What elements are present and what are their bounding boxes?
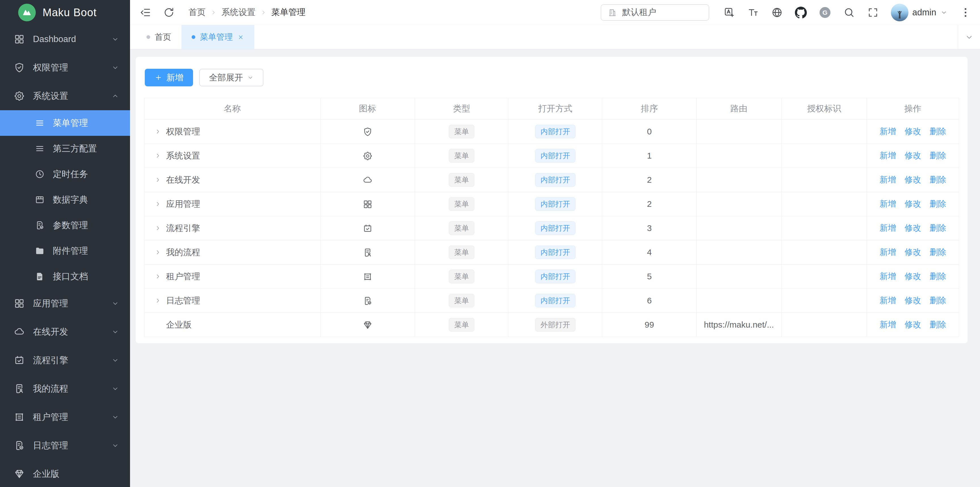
name-wrap: 我的流程 [145,247,320,258]
user-menu[interactable]: admin [891,4,948,21]
sidebar-item-3[interactable]: 应用管理 [0,289,130,318]
sidebar-item-label: 系统设置 [33,90,111,102]
fullscreen-icon[interactable] [867,6,879,19]
cell-icon-holder [320,192,415,216]
cell-name: 应用管理 [145,192,320,216]
column-header-0: 名称 [145,98,320,120]
chevron-right-icon[interactable] [154,128,162,135]
sidebar-fold-icon[interactable] [140,6,151,19]
chevron-right-icon[interactable] [154,297,162,304]
refresh-icon[interactable] [163,6,175,19]
sidebar-subitem-2-3[interactable]: 数据字典 [0,187,130,212]
row-edit-link[interactable]: 修改 [905,296,921,305]
avatar[interactable] [891,4,908,21]
sidebar-subitem-2-1[interactable]: 第三方配置 [0,136,130,161]
sidebar-item-2[interactable]: 系统设置 [0,82,130,110]
column-header-2: 类型 [415,98,509,120]
tabbar: 首页菜单管理 [130,25,980,49]
sidebar-item-4[interactable]: 在线开发 [0,318,130,346]
row-edit-link[interactable]: 修改 [905,127,921,136]
row-add-link[interactable]: 新增 [880,224,896,232]
row-edit-link[interactable]: 修改 [905,175,921,184]
more-menu-icon[interactable] [959,6,972,19]
sidebar-item-6[interactable]: 我的流程 [0,375,130,403]
row-delete-link[interactable]: 删除 [929,320,946,329]
tab-1[interactable]: 菜单管理 [181,25,255,49]
tab-0[interactable]: 首页 [136,25,181,49]
row-edit-link[interactable]: 修改 [905,320,921,329]
chevron-right-icon[interactable] [154,200,162,208]
cell-open-mode: 内部打开 [509,144,602,168]
search-icon[interactable] [843,6,855,19]
chevron-right-icon[interactable] [154,225,162,232]
menu-name: 日志管理 [166,295,200,307]
row-add-link[interactable]: 新增 [880,296,896,305]
row-edit-link[interactable]: 修改 [905,151,921,160]
row-add-link[interactable]: 新增 [880,175,896,184]
sidebar-subitem-2-6[interactable]: 接口文档 [0,263,130,289]
cell-sort: 2 [602,168,697,192]
tabs-dropdown-button[interactable] [958,25,980,49]
sidebar-subitem-2-2[interactable]: 定时任务 [0,161,130,187]
row-delete-link[interactable]: 删除 [929,127,946,136]
sidebar-item-0[interactable]: Dashboard [0,25,130,53]
row-edit-link[interactable]: 修改 [905,271,921,281]
name-wrap: 权限管理 [145,126,320,137]
menu-table: 名称图标类型打开方式排序路由授权标识操作 权限管理菜单内部打开0新增修改删除系统… [144,98,959,337]
chevron-down-icon [111,413,119,421]
expand-all-button[interactable]: 全部展开 [199,69,264,86]
sidebar-subitem-2-4[interactable]: 参数管理 [0,212,130,238]
row-add-link[interactable]: 新增 [880,127,896,136]
sidebar-subitem-2-5[interactable]: 附件管理 [0,238,130,263]
row-add-link[interactable]: 新增 [880,320,896,329]
globe-icon[interactable] [771,6,783,19]
chevron-right-icon[interactable] [154,249,162,256]
cell-name: 我的流程 [145,240,320,265]
row-delete-link[interactable]: 删除 [929,199,946,208]
tenant-select[interactable]: 默认租户 [601,4,709,21]
translate-icon[interactable] [723,6,735,19]
row-delete-link[interactable]: 删除 [929,151,946,160]
row-edit-link[interactable]: 修改 [905,247,921,257]
table-row: 系统设置菜单内部打开1新增修改删除 [145,144,959,168]
sidebar-item-8[interactable]: 日志管理 [0,431,130,460]
row-edit-link[interactable]: 修改 [905,199,921,208]
row-add-link[interactable]: 新增 [880,151,896,160]
sidebar-subitem-2-0[interactable]: 菜单管理 [0,110,130,136]
tab-dot [192,35,195,39]
column-header-5: 路由 [697,98,781,120]
chevron-right-icon[interactable] [154,273,162,280]
row-delete-link[interactable]: 删除 [929,247,946,257]
github-icon[interactable] [795,6,807,19]
doc-check-icon [14,440,25,451]
row-add-link[interactable]: 新增 [880,271,896,281]
row-add-link[interactable]: 新增 [880,247,896,257]
sidebar-item-label: 流程引擎 [33,354,111,366]
row-delete-link[interactable]: 删除 [929,296,946,305]
chevron-down-icon [111,35,119,43]
sidebar-subitem-label: 数据字典 [53,194,119,206]
breadcrumb-item-0[interactable]: 首页 [188,6,205,18]
name-wrap: 在线开发 [145,174,320,186]
gitee-icon[interactable]: G [819,6,831,19]
sidebar-item-7[interactable]: 租户管理 [0,403,130,431]
cell-type: 菜单 [415,168,509,192]
tabs-chevron-down-icon [965,33,974,42]
row-delete-link[interactable]: 删除 [929,224,946,232]
close-icon[interactable] [237,34,244,41]
breadcrumb-item-2[interactable]: 菜单管理 [271,6,305,18]
table-row: 企业版菜单外部打开99https://maku.net/...新增修改删除 [145,313,959,337]
row-delete-link[interactable]: 删除 [929,175,946,184]
breadcrumb-item-1[interactable]: 系统设置 [221,6,256,18]
font-size-icon[interactable] [747,6,759,19]
chevron-right-icon[interactable] [154,176,162,184]
cell-sort: 6 [602,289,697,313]
row-add-link[interactable]: 新增 [880,199,896,208]
add-button[interactable]: 新增 [145,69,193,86]
chevron-right-icon[interactable] [154,152,162,160]
sidebar-item-1[interactable]: 权限管理 [0,53,130,82]
row-delete-link[interactable]: 删除 [929,271,946,281]
row-edit-link[interactable]: 修改 [905,224,921,232]
sidebar-item-9[interactable]: 企业版 [0,460,130,487]
sidebar-item-5[interactable]: 流程引擎 [0,346,130,375]
